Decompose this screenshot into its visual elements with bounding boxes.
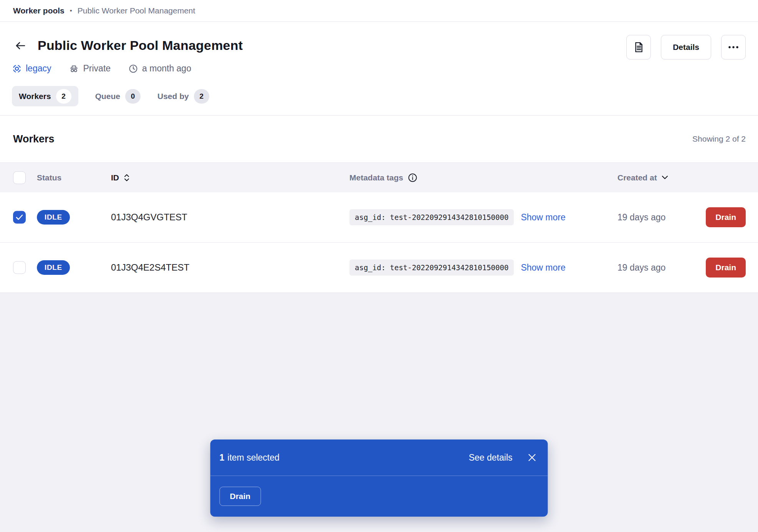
status-column-label: Status bbox=[37, 173, 61, 182]
row2-checkbox[interactable] bbox=[13, 261, 26, 274]
row1-show-more-link[interactable]: Show more bbox=[521, 212, 565, 223]
created-column-label: Created at bbox=[617, 173, 657, 182]
row1-action-cell: Drain bbox=[706, 207, 746, 227]
incognito-icon bbox=[69, 63, 79, 74]
row2-created-at: 19 days ago bbox=[617, 263, 665, 273]
select-all-checkbox[interactable] bbox=[13, 171, 26, 184]
metadata-column-label: Metadata tags bbox=[349, 173, 403, 182]
details-button[interactable]: Details bbox=[661, 35, 711, 59]
worker-row-1: IDLE 01J3Q4GVGTEST asg_id: test-20220929… bbox=[0, 192, 758, 243]
scan-target-icon bbox=[12, 64, 22, 74]
title-row: Public Worker Pool Management bbox=[13, 38, 243, 53]
breadcrumb-current: Public Worker Pool Management bbox=[78, 6, 195, 15]
notes-button[interactable] bbox=[626, 35, 651, 59]
workers-section-title: Workers bbox=[13, 133, 55, 145]
tab-used-by[interactable]: Used by 2 bbox=[157, 86, 209, 106]
row2-status-cell: IDLE bbox=[37, 260, 70, 275]
pool-visibility: Private bbox=[69, 63, 111, 74]
page-header: Public Worker Pool Management Details bbox=[0, 22, 758, 116]
clock-icon bbox=[128, 64, 138, 74]
created-column-header[interactable]: Created at bbox=[617, 173, 668, 182]
selection-label: item selected bbox=[227, 453, 280, 463]
selection-panel-actions: See details bbox=[469, 453, 537, 463]
breadcrumb-separator: • bbox=[70, 7, 72, 15]
see-details-link[interactable]: See details bbox=[469, 453, 513, 463]
metadata-column-header: Metadata tags bbox=[349, 173, 417, 182]
row1-id-cell: 01J3Q4GVGTEST bbox=[111, 212, 187, 223]
row1-status-cell: IDLE bbox=[37, 210, 70, 225]
row2-metadata-tag: asg_id: test-2022092914342810150000 bbox=[349, 259, 514, 276]
row2-drain-button[interactable]: Drain bbox=[706, 258, 746, 278]
table-header-row: Status ID Metadata tags Created at bbox=[0, 162, 758, 192]
tab-used-by-label: Used by bbox=[157, 92, 189, 101]
showing-count: Showing 2 of 2 bbox=[692, 134, 746, 144]
selection-count: 1 bbox=[220, 453, 225, 463]
checkmark-icon bbox=[16, 215, 23, 220]
tab-workers-label: Workers bbox=[19, 92, 51, 101]
tab-queue-count: 0 bbox=[125, 89, 141, 104]
chevron-down-icon bbox=[662, 175, 668, 180]
row2-id-cell: 01J3Q4E2S4TEST bbox=[111, 262, 189, 273]
tab-queue-label: Queue bbox=[95, 92, 120, 101]
selection-summary: 1 item selected bbox=[220, 453, 280, 463]
tab-workers[interactable]: Workers 2 bbox=[12, 86, 78, 106]
id-column-label: ID bbox=[111, 173, 119, 182]
row2-worker-id: 01J3Q4E2S4TEST bbox=[111, 262, 189, 273]
header-actions: Details bbox=[626, 35, 746, 59]
selection-panel: 1 item selected See details Drain bbox=[210, 439, 548, 517]
select-all-cell bbox=[13, 171, 26, 184]
more-actions-button[interactable] bbox=[721, 35, 746, 59]
row1-created-at: 19 days ago bbox=[617, 212, 665, 223]
page-title: Public Worker Pool Management bbox=[38, 38, 243, 53]
row2-show-more-link[interactable]: Show more bbox=[521, 263, 565, 273]
row2-metadata-cell: asg_id: test-2022092914342810150000 Show… bbox=[349, 259, 566, 276]
selection-panel-header: 1 item selected See details bbox=[210, 439, 548, 476]
close-icon bbox=[528, 453, 537, 462]
row1-status-badge: IDLE bbox=[37, 210, 70, 225]
row1-created-cell: 19 days ago bbox=[617, 212, 665, 223]
pool-type-link[interactable]: legacy bbox=[12, 63, 51, 74]
tab-workers-count: 2 bbox=[56, 89, 71, 104]
close-selection-button[interactable] bbox=[527, 453, 537, 463]
pool-visibility-label: Private bbox=[83, 63, 111, 74]
breadcrumb-worker-pools[interactable]: Worker pools bbox=[13, 6, 65, 15]
pool-updated-label: a month ago bbox=[142, 63, 191, 74]
selection-panel-body: Drain bbox=[210, 476, 548, 516]
pool-type-label: legacy bbox=[26, 63, 51, 74]
row1-metadata-cell: asg_id: test-2022092914342810150000 Show… bbox=[349, 209, 566, 225]
id-column-header[interactable]: ID bbox=[111, 173, 130, 182]
info-icon[interactable] bbox=[408, 173, 417, 182]
row1-metadata-tag: asg_id: test-2022092914342810150000 bbox=[349, 209, 514, 225]
worker-pool-page: Worker pools • Public Worker Pool Manage… bbox=[0, 0, 758, 532]
tab-queue[interactable]: Queue 0 bbox=[95, 86, 141, 106]
row2-created-cell: 19 days ago bbox=[617, 263, 665, 273]
row2-action-cell: Drain bbox=[706, 258, 746, 278]
workers-section-bar: Workers Showing 2 of 2 bbox=[0, 116, 758, 162]
sort-icon[interactable] bbox=[124, 173, 130, 182]
row1-checkbox[interactable] bbox=[13, 211, 26, 224]
row1-drain-button[interactable]: Drain bbox=[706, 207, 746, 227]
tab-used-by-count: 2 bbox=[194, 89, 209, 104]
row1-checkbox-cell bbox=[13, 211, 26, 224]
pool-updated: a month ago bbox=[128, 63, 191, 74]
status-column-header: Status bbox=[37, 173, 61, 182]
row2-status-badge: IDLE bbox=[37, 260, 70, 275]
breadcrumb: Worker pools • Public Worker Pool Manage… bbox=[0, 0, 758, 22]
row2-checkbox-cell bbox=[13, 261, 26, 274]
tabs: Workers 2 Queue 0 Used by 2 bbox=[12, 86, 209, 106]
document-icon bbox=[633, 41, 644, 53]
arrow-left-icon bbox=[14, 39, 27, 52]
pool-meta-row: legacy Private bbox=[12, 63, 191, 74]
bulk-drain-button[interactable]: Drain bbox=[220, 487, 261, 506]
ellipsis-icon bbox=[728, 46, 739, 49]
worker-row-2: IDLE 01J3Q4E2S4TEST asg_id: test-2022092… bbox=[0, 243, 758, 293]
row1-worker-id: 01J3Q4GVGTEST bbox=[111, 212, 187, 223]
back-button[interactable] bbox=[13, 38, 28, 53]
